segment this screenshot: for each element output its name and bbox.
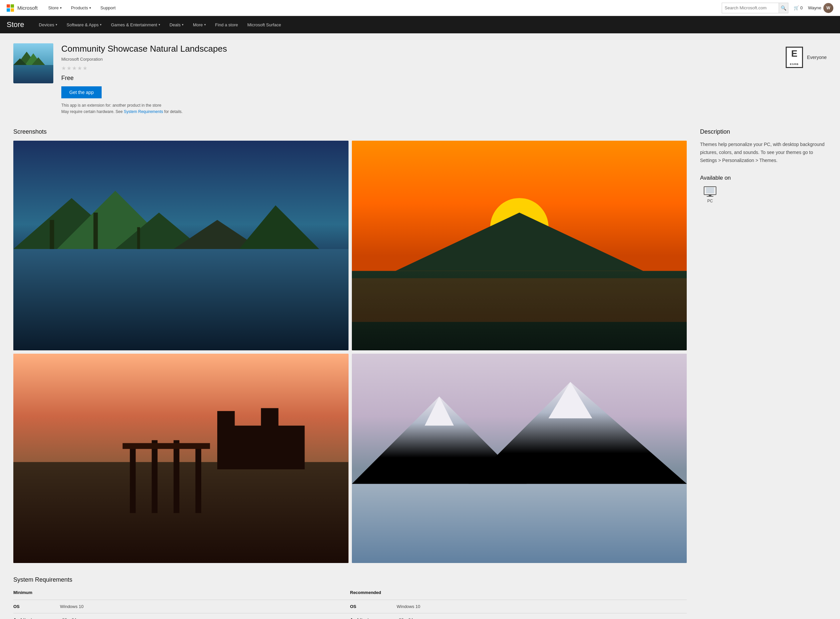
- svg-rect-40: [707, 196, 713, 197]
- sys-row-arch-rec: Architecture x86, x64: [350, 613, 687, 619]
- sys-recommended-label: Recommended: [350, 590, 687, 595]
- svg-rect-15: [137, 227, 140, 249]
- sys-req-grid: Minimum OS Windows 10 Architecture x86, …: [13, 590, 687, 619]
- user-name: Wayne: [808, 5, 821, 10]
- chevron-down-icon: ▾: [56, 23, 57, 26]
- column-left: Screenshots: [13, 128, 687, 619]
- svg-rect-26: [195, 447, 201, 513]
- app-note-1: This app is an extension for: another pr…: [61, 103, 161, 108]
- top-nav-support[interactable]: Support: [96, 0, 119, 16]
- svg-rect-14: [93, 213, 98, 249]
- chevron-down-icon: ▾: [100, 23, 101, 26]
- product-icon-svg: [13, 43, 53, 83]
- store-nav-deals[interactable]: Deals ▾: [165, 16, 188, 33]
- svg-rect-39: [709, 195, 712, 196]
- description-title: Description: [700, 128, 827, 135]
- sys-os-label-min: OS: [13, 604, 60, 609]
- sys-arch-label-rec: Architecture: [350, 618, 397, 619]
- esrb-rating: E: [791, 49, 798, 58]
- screenshot-4-image: [352, 354, 687, 563]
- column-right: Description Themes help personalize your…: [700, 128, 827, 619]
- store-nav-devices[interactable]: Devices ▾: [34, 16, 62, 33]
- store-navigation: Store Devices ▾ Software & Apps ▾ Games …: [0, 16, 840, 33]
- screenshot-3[interactable]: [13, 354, 349, 563]
- chevron-down-icon: ▾: [60, 6, 62, 10]
- product-icon: [13, 43, 53, 83]
- pc-platform-area: PC: [700, 186, 720, 203]
- product-title: Community Showcase Natural Landscapes: [61, 43, 778, 55]
- screenshot-3-image: [13, 354, 349, 563]
- product-header: Community Showcase Natural Landscapes Mi…: [13, 43, 827, 115]
- star-5: ★: [83, 65, 87, 71]
- sys-os-label-rec: OS: [350, 604, 397, 609]
- sys-arch-value-rec: x86, x64: [397, 618, 413, 619]
- cart-icon: 🛒: [794, 5, 799, 10]
- search-box[interactable]: 🔍: [722, 3, 788, 13]
- product-price: Free: [61, 75, 778, 82]
- screenshot-2[interactable]: [352, 141, 687, 350]
- screenshot-1[interactable]: [13, 141, 349, 350]
- pc-label: PC: [707, 199, 713, 203]
- top-navigation: Microsoft Store ▾ Products ▾ Support 🔍 🛒…: [0, 0, 840, 16]
- sys-row-os-min: OS Windows 10: [13, 600, 350, 613]
- esrb-label: ESRB: [790, 63, 799, 66]
- store-nav-software[interactable]: Software & Apps ▾: [62, 16, 106, 33]
- top-nav-links: Store ▾ Products ▾ Support: [44, 0, 722, 16]
- chevron-down-icon: ▾: [204, 23, 206, 26]
- screenshots-grid: [13, 141, 687, 563]
- product-publisher: Microsoft Corporation: [61, 57, 778, 62]
- chevron-down-icon: ▾: [159, 23, 160, 26]
- sys-arch-value-min: x86, x64: [60, 618, 76, 619]
- esrb-badge: E ESRB: [786, 47, 803, 68]
- user-area[interactable]: Wayne W: [808, 3, 833, 13]
- svg-rect-38: [706, 187, 714, 193]
- top-nav-products[interactable]: Products ▾: [67, 0, 95, 16]
- svg-rect-34: [352, 484, 687, 563]
- sys-minimum-label: Minimum: [13, 590, 350, 595]
- star-3: ★: [72, 65, 77, 71]
- store-nav-surface[interactable]: Microsoft Surface: [243, 16, 285, 33]
- available-on-title: Available on: [700, 175, 827, 181]
- screenshots-title: Screenshots: [13, 128, 687, 135]
- sys-req-title: System Requirements: [13, 576, 687, 583]
- microsoft-logo-area[interactable]: Microsoft: [7, 4, 38, 12]
- avatar: W: [824, 3, 833, 13]
- svg-rect-20: [352, 278, 687, 322]
- two-column-body: Screenshots: [13, 128, 827, 619]
- product-info: Community Showcase Natural Landscapes Mi…: [61, 43, 778, 115]
- svg-rect-22: [13, 462, 349, 563]
- top-nav-right: 🔍 🛒 0 Wayne W: [722, 3, 833, 13]
- top-nav-store[interactable]: Store ▾: [44, 0, 66, 16]
- esrb-area: E ESRB Everyone: [786, 43, 827, 68]
- search-button[interactable]: 🔍: [779, 3, 788, 13]
- store-brand[interactable]: Store: [7, 20, 24, 29]
- sys-os-value-min: Windows 10: [60, 604, 84, 609]
- microsoft-logo-icon: [7, 4, 14, 12]
- svg-rect-13: [50, 220, 54, 249]
- app-note: This app is an extension for: another pr…: [61, 102, 778, 115]
- description-text: Themes help personalize your PC, with de…: [700, 141, 827, 164]
- store-nav-more[interactable]: More ▾: [188, 16, 210, 33]
- chevron-down-icon: ▾: [182, 23, 184, 26]
- store-nav-find-store[interactable]: Find a store: [210, 16, 243, 33]
- screenshot-4[interactable]: [352, 354, 687, 563]
- svg-rect-12: [13, 249, 349, 350]
- system-requirements-link[interactable]: System Requirements: [124, 109, 163, 114]
- screenshot-2-image: [352, 141, 687, 350]
- svg-rect-29: [217, 411, 234, 433]
- pc-icon: [703, 186, 717, 197]
- store-nav-links: Devices ▾ Software & Apps ▾ Games & Ente…: [34, 16, 286, 33]
- esrb-rating-text: Everyone: [807, 55, 827, 60]
- cart-area[interactable]: 🛒 0: [794, 5, 803, 10]
- screenshot-1-image: [13, 141, 349, 350]
- sys-arch-label-min: Architecture: [13, 618, 60, 619]
- star-rating: ★ ★ ★ ★ ★: [61, 65, 778, 71]
- svg-rect-24: [152, 440, 157, 513]
- search-input[interactable]: [722, 3, 779, 13]
- svg-rect-1: [13, 65, 53, 83]
- svg-rect-25: [174, 440, 179, 513]
- product-icon-image: [13, 43, 53, 83]
- store-nav-games[interactable]: Games & Entertainment ▾: [106, 16, 165, 33]
- search-icon: 🔍: [781, 5, 786, 10]
- get-app-button[interactable]: Get the app: [61, 86, 101, 98]
